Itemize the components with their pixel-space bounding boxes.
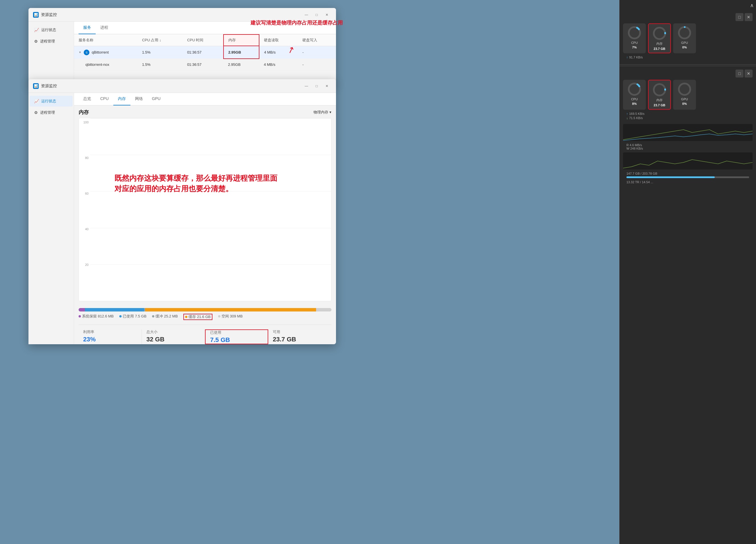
table-row[interactable]: qbittorrent-nox 1.5% 01:36:57 2.95GB 4 M… (74, 59, 336, 70)
col-cpu-time[interactable]: CPU 时间 (183, 34, 224, 46)
right-panel: ∧ □ ✕ CPU 7% 内存 (619, 0, 756, 544)
net-up-2: ↑ 169.5 KB/s (626, 112, 749, 115)
close-btn-2[interactable]: ✕ (322, 82, 331, 90)
process-icon-1: ⚙ (34, 39, 38, 44)
stat-value-avail: 23.7 GB (273, 336, 327, 343)
expand-arrow[interactable]: ▼ (79, 51, 81, 54)
app-icon-1: 📊 (33, 12, 39, 18)
service-name-group: ▼ q qBittorrent (79, 50, 133, 55)
minimize-btn-2[interactable]: — (302, 82, 311, 90)
metric-gpu-2[interactable]: GPU 0% (673, 80, 696, 110)
physical-mem-selector[interactable]: 物理内存 ▾ (314, 110, 331, 115)
gpu-donut-2 (677, 82, 692, 96)
disk-graph-svg (623, 152, 753, 169)
metric-gpu-value-1: 0% (677, 46, 693, 49)
col-disk-write[interactable]: 硬盘写入 (298, 34, 336, 46)
svg-point-10 (679, 83, 690, 95)
metric-mem-label-1: 内存 (652, 42, 667, 46)
chart-inner: 既然内存这块要算缓存，那么最好再进程管理里面对应的应用的内存占用也要分清楚。 (90, 118, 331, 301)
metric-gpu-value-2: 0% (677, 102, 693, 105)
maximize-btn-2[interactable]: □ (312, 82, 321, 90)
sidebar-item-process-2[interactable]: ⚙ 进程管理 (30, 107, 73, 118)
status-icon-2: 📈 (34, 99, 39, 103)
sidebar-item-process-1[interactable]: ⚙ 进程管理 (30, 36, 73, 47)
disk-info: R 4.6 MB/s W 248 KB/s (623, 142, 753, 151)
legend-buffer: 缓冲 25.2 MB (152, 314, 178, 320)
metric-cpu-1[interactable]: CPU 7% (623, 23, 646, 53)
chart-yaxis: 100 80 60 40 20 (79, 118, 90, 301)
col-memory[interactable]: 内存 (224, 34, 259, 46)
svg-point-4 (679, 27, 690, 38)
rp-close-btn-2[interactable]: ✕ (745, 69, 753, 77)
table-header-row: 服务名称 CPU 占用 ↓ CPU 时间 内存 硬盘读取 硬盘写入 (74, 34, 336, 46)
disk-bar-outer (626, 176, 749, 178)
child-service-name: qbittorrent-nox (79, 62, 133, 67)
stat-used: 已使用 7.5 GB (205, 330, 268, 344)
stat-label-used: 已使用 (210, 330, 263, 335)
disk-read: R 4.6 MB/s (626, 143, 749, 147)
metric-memory-2[interactable]: 内存 23.7 GB (648, 80, 671, 110)
disk-label: 13.32 TR / 14.54 ... (626, 180, 749, 184)
close-btn-1[interactable]: ✕ (322, 11, 331, 19)
maximize-btn-1[interactable]: □ (312, 11, 321, 19)
tab-overview[interactable]: 总览 (79, 93, 96, 105)
rp-close-btn-1[interactable]: ✕ (745, 13, 753, 21)
tab-network[interactable]: 网络 (130, 93, 147, 105)
tabs-memory: 总览 CPU 内存 网络 GPU (74, 93, 336, 105)
tab-cpu[interactable]: CPU (96, 93, 113, 105)
sidebar-item-status-1[interactable]: 📈 运行状态 (30, 24, 73, 35)
metric-mem-value-2: 23.7 GB (652, 103, 667, 107)
tab-processes[interactable]: 进程 (96, 22, 113, 34)
metric-cpu-2[interactable]: CPU 8% (623, 80, 646, 110)
col-disk-read[interactable]: 硬盘读取 (259, 34, 298, 46)
section-title: 内存 (79, 109, 89, 116)
col-cpu-usage[interactable]: CPU 占用 ↓ (138, 34, 183, 46)
memory-bar (79, 308, 331, 312)
net-up-1: ↑ 91.7 KB/s (626, 56, 749, 59)
table-row[interactable]: ▼ q qBittorrent 1.5% 01:36:57 2.95GB 4 M… (74, 46, 336, 59)
main-1: 服务 进程 服务名称 CPU 占用 ↓ CPU 时间 内存 硬盘读取 硬盘写入 (74, 22, 336, 85)
metric-gpu-label-2: GPU (677, 97, 693, 101)
mini-disk-graph (623, 152, 753, 169)
table-body: ▼ q qBittorrent 1.5% 01:36:57 2.95GB 4 M… (74, 46, 336, 70)
cell-time-child: 01:36:57 (183, 59, 224, 70)
metric-cards-1: CPU 7% 内存 23.7 GB GPU 0% (623, 23, 753, 53)
legend-used: 已使用 7.5 GB (119, 314, 146, 320)
tab-memory[interactable]: 内存 (113, 93, 130, 105)
stat-value-total: 32 GB (146, 336, 200, 343)
rp-metrics-2: □ ✕ CPU 8% 内存 23.7 GB (620, 67, 756, 187)
disk-total: 147.7 GB / 203.78 GB (626, 172, 749, 175)
tab-services[interactable]: 服务 (79, 22, 96, 34)
metric-cpu-value-2: 8% (626, 102, 642, 105)
rp-collapse-icon[interactable]: ∧ (750, 2, 754, 9)
upload-arrow-2: ↑ (626, 112, 628, 115)
memory-chart: 100 80 60 40 20 既然内存这块要算缓存，那么最好再进程管理里面对应… (79, 118, 331, 301)
window2-body: 📈 运行状态 ⚙ 进程管理 总览 CPU 内存 网络 GPU 内存 物理内存 ▾ (28, 93, 336, 344)
rp-btn-row-2: □ ✕ (623, 69, 753, 77)
stat-utilization: 利用率 23% (79, 330, 142, 344)
net-down-2: ↓ 71.5 KB/s (626, 116, 749, 120)
metric-gpu-1[interactable]: GPU 0% (673, 23, 696, 53)
metric-mem-value-1: 23.7 GB (652, 47, 667, 50)
cpu-donut-1 (627, 26, 642, 40)
cell-service-name-child: qbittorrent-nox (74, 59, 138, 70)
table-head: 服务名称 CPU 占用 ↓ CPU 时间 内存 硬盘读取 硬盘写入 (74, 34, 336, 46)
tab-gpu[interactable]: GPU (147, 93, 165, 105)
stat-value-util: 23% (83, 336, 137, 343)
mem-donut-2 (652, 83, 667, 97)
metric-gpu-label-1: GPU (677, 41, 693, 44)
seg-free (316, 308, 331, 312)
cell-disk-write-child: - (298, 59, 336, 70)
window-title-1: 资源监控 (41, 12, 302, 17)
metric-memory-1[interactable]: 内存 23.7 GB (648, 23, 671, 53)
cell-service-name: ▼ q qBittorrent (74, 46, 138, 59)
rp-window-btn-2[interactable]: □ (735, 69, 743, 77)
gpu-donut-1 (677, 26, 692, 40)
sidebar-item-status-2[interactable]: 📈 运行状态 (30, 96, 73, 107)
stat-label-avail: 可用 (273, 330, 327, 335)
minimize-btn-1[interactable]: — (302, 11, 311, 19)
rp-divider (620, 66, 756, 66)
legend-cache: 缓存 21.6 GB (183, 314, 212, 320)
rp-window-btn-1[interactable]: □ (735, 13, 743, 21)
process-icon-2: ⚙ (34, 110, 38, 115)
